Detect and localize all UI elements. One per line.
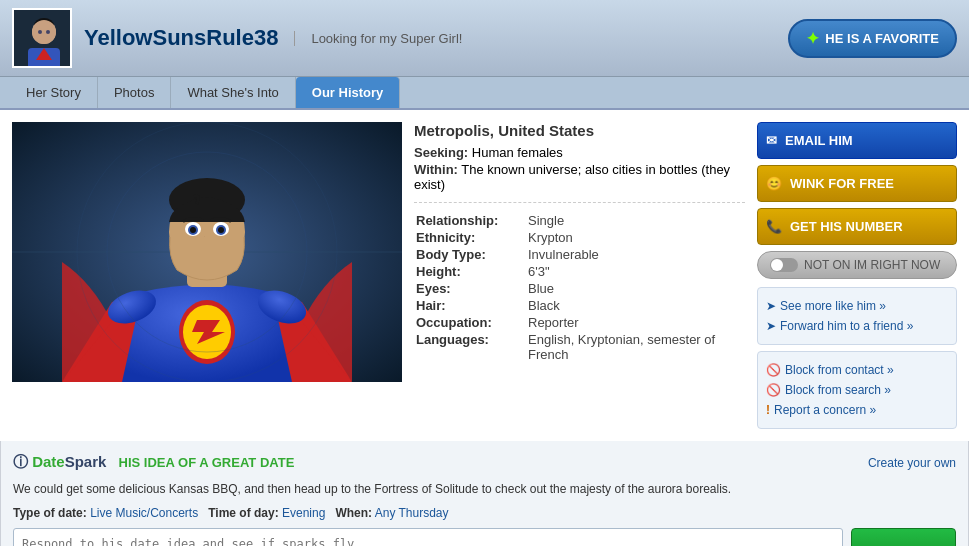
detail-label: Languages: bbox=[416, 332, 526, 362]
time-value: Evening bbox=[282, 506, 325, 520]
detail-label: Height: bbox=[416, 264, 526, 279]
tab-our-history[interactable]: Our History bbox=[296, 77, 401, 108]
within-line: Within: The known universe; also cities … bbox=[414, 162, 745, 192]
tab-photos[interactable]: Photos bbox=[98, 77, 171, 108]
table-row: Height:6'3" bbox=[416, 264, 743, 279]
im-status: NOT ON IM RIGHT NOW bbox=[757, 251, 957, 279]
within-label: Within: bbox=[414, 162, 458, 177]
number-label: GET HIS NUMBER bbox=[790, 219, 903, 234]
datespark-input-row: SEND NOW bbox=[13, 528, 956, 546]
time-label: Time of day: bbox=[208, 506, 278, 520]
when-label: When: bbox=[335, 506, 372, 520]
action-panel: ✉ EMAIL HIM 😊 WINK FOR FREE 📞 GET HIS NU… bbox=[757, 122, 957, 429]
see-more-link[interactable]: ➤ See more like him » bbox=[766, 296, 948, 316]
table-row: Body Type:Invulnerable bbox=[416, 247, 743, 262]
datespark-description: We could get some delicious Kansas BBQ, … bbox=[13, 480, 956, 498]
within-value: The known universe; also cities in bottl… bbox=[414, 162, 730, 192]
svg-point-20 bbox=[218, 227, 224, 233]
detail-value: Single bbox=[528, 213, 743, 228]
detail-label: Ethnicity: bbox=[416, 230, 526, 245]
table-row: Hair:Black bbox=[416, 298, 743, 313]
tab-her-story[interactable]: Her Story bbox=[10, 77, 98, 108]
divider bbox=[414, 202, 745, 203]
type-label: Type of date: bbox=[13, 506, 87, 520]
profile-photo bbox=[12, 122, 402, 382]
table-row: Relationship:Single bbox=[416, 213, 743, 228]
detail-label: Body Type: bbox=[416, 247, 526, 262]
see-more-panel: ➤ See more like him » ➤ Forward him to a… bbox=[757, 287, 957, 345]
datespark-logo: ⓘ DateSpark HIS IDEA OF A GREAT DATE bbox=[13, 453, 294, 472]
arrow-icon: ➤ bbox=[766, 299, 776, 313]
favorite-label: HE IS A FAVORITE bbox=[825, 31, 939, 46]
favorite-button[interactable]: ✦ HE IS A FAVORITE bbox=[788, 19, 957, 58]
block-search-link[interactable]: 🚫 Block from search » bbox=[766, 380, 948, 400]
table-row: Eyes:Blue bbox=[416, 281, 743, 296]
respond-input[interactable] bbox=[13, 528, 843, 546]
detail-value: 6'3" bbox=[528, 264, 743, 279]
report-icon: ! bbox=[766, 403, 770, 417]
seeking-line: Seeking: Human females bbox=[414, 145, 745, 160]
block-contact-label: Block from contact » bbox=[785, 363, 894, 377]
profile-info-panel: Metropolis, United States Seeking: Human… bbox=[414, 122, 745, 429]
forward-link[interactable]: ➤ Forward him to a friend » bbox=[766, 316, 948, 336]
detail-label: Hair: bbox=[416, 298, 526, 313]
report-label: Report a concern » bbox=[774, 403, 876, 417]
location: Metropolis, United States bbox=[414, 122, 745, 139]
datespark-header: ⓘ DateSpark HIS IDEA OF A GREAT DATE Cre… bbox=[13, 453, 956, 472]
datespark-section: ⓘ DateSpark HIS IDEA OF A GREAT DATE Cre… bbox=[0, 441, 969, 546]
nav-tabs: Her Story Photos What She's Into Our His… bbox=[0, 77, 969, 110]
detail-value: Black bbox=[528, 298, 743, 313]
username: YellowSunsRule38 bbox=[84, 25, 278, 51]
table-row: Occupation:Reporter bbox=[416, 315, 743, 330]
header: YellowSunsRule38 Looking for my Super Gi… bbox=[0, 0, 969, 77]
table-row: Languages:English, Kryptonian, semester … bbox=[416, 332, 743, 362]
detail-label: Eyes: bbox=[416, 281, 526, 296]
block-panel: 🚫 Block from contact » 🚫 Block from sear… bbox=[757, 351, 957, 429]
svg-point-6 bbox=[38, 30, 42, 34]
wink-icon: 😊 bbox=[766, 176, 782, 191]
email-button[interactable]: ✉ EMAIL HIM bbox=[757, 122, 957, 159]
svg-point-19 bbox=[190, 227, 196, 233]
detail-value: Krypton bbox=[528, 230, 743, 245]
block-search-label: Block from search » bbox=[785, 383, 891, 397]
logo-prefix: Date bbox=[32, 453, 65, 470]
tab-whats-into[interactable]: What She's Into bbox=[171, 77, 295, 108]
send-button[interactable]: SEND NOW bbox=[851, 528, 957, 546]
svg-point-7 bbox=[46, 30, 50, 34]
detail-table: Relationship:SingleEthnicity:KryptonBody… bbox=[414, 211, 745, 364]
phone-icon: 📞 bbox=[766, 219, 782, 234]
forward-icon: ➤ bbox=[766, 319, 776, 333]
number-button[interactable]: 📞 GET HIS NUMBER bbox=[757, 208, 957, 245]
block-search-icon: 🚫 bbox=[766, 383, 781, 397]
table-row: Ethnicity:Krypton bbox=[416, 230, 743, 245]
create-own-link[interactable]: Create your own bbox=[868, 456, 956, 470]
main-content: Metropolis, United States Seeking: Human… bbox=[0, 110, 969, 441]
detail-value: English, Kryptonian, semester of French bbox=[528, 332, 743, 362]
detail-label: Relationship: bbox=[416, 213, 526, 228]
wink-label: WINK FOR FREE bbox=[790, 176, 894, 191]
svg-point-5 bbox=[32, 20, 56, 44]
wink-button[interactable]: 😊 WINK FOR FREE bbox=[757, 165, 957, 202]
forward-label: Forward him to a friend » bbox=[780, 319, 913, 333]
email-label: EMAIL HIM bbox=[785, 133, 853, 148]
avatar bbox=[12, 8, 72, 68]
seeking-value: Human females bbox=[472, 145, 563, 160]
report-link[interactable]: ! Report a concern » bbox=[766, 400, 948, 420]
tagline: Looking for my Super Girl! bbox=[294, 31, 462, 46]
idea-label: HIS IDEA OF A GREAT DATE bbox=[119, 455, 295, 470]
detail-value: Blue bbox=[528, 281, 743, 296]
see-more-label: See more like him » bbox=[780, 299, 886, 313]
detail-value: Invulnerable bbox=[528, 247, 743, 262]
block-contact-link[interactable]: 🚫 Block from contact » bbox=[766, 360, 948, 380]
seeking-label: Seeking: bbox=[414, 145, 468, 160]
logo-suffix: Spark bbox=[65, 453, 107, 470]
when-value: Any Thursday bbox=[375, 506, 449, 520]
block-contact-icon: 🚫 bbox=[766, 363, 781, 377]
im-label: NOT ON IM RIGHT NOW bbox=[804, 258, 940, 272]
star-icon: ✦ bbox=[806, 29, 819, 48]
im-toggle bbox=[770, 258, 798, 272]
type-value: Live Music/Concerts bbox=[90, 506, 198, 520]
detail-value: Reporter bbox=[528, 315, 743, 330]
datespark-meta: Type of date: Live Music/Concerts Time o… bbox=[13, 506, 956, 520]
detail-label: Occupation: bbox=[416, 315, 526, 330]
